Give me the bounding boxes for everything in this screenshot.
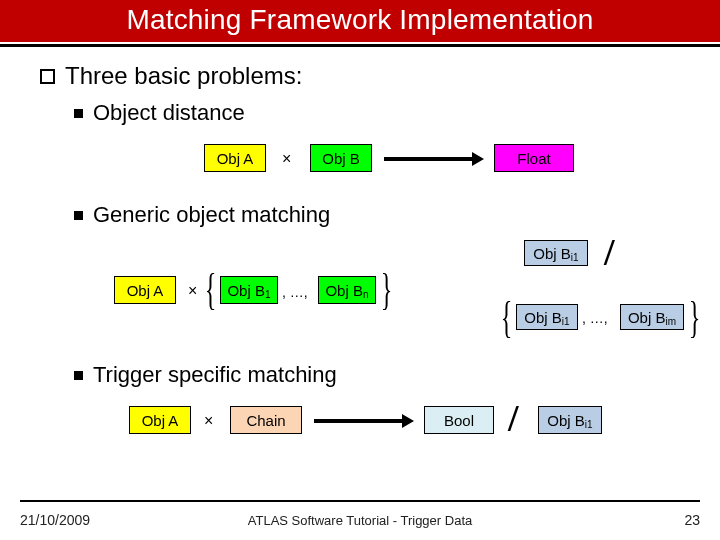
bi3-label: Obj B xyxy=(547,412,585,429)
sub-list: Object distance Obj A × Obj B Float Gene… xyxy=(74,100,690,450)
box-bool: Bool xyxy=(424,406,494,434)
box-bim: Obj Bim xyxy=(620,304,684,330)
sub-text-2: Generic object matching xyxy=(93,202,330,228)
slide: Matching Framework Implementation Three … xyxy=(0,0,720,540)
box-bi-3: Obj Bi1 xyxy=(538,406,602,434)
bi3-sub: i1 xyxy=(585,419,593,430)
bim-label: Obj B xyxy=(628,309,666,326)
sub-marker xyxy=(74,211,83,220)
sub-marker xyxy=(74,109,83,118)
box-obj-bn: Obj Bn xyxy=(318,276,376,304)
slide-title: Matching Framework Implementation xyxy=(126,4,593,35)
footer-center: ATLAS Software Tutorial - Trigger Data xyxy=(0,513,720,528)
slash-1: / xyxy=(604,230,615,274)
sub-item-1: Object distance xyxy=(74,100,690,126)
sub-marker xyxy=(74,371,83,380)
sub-item-2: Generic object matching xyxy=(74,202,690,228)
times-2: × xyxy=(188,282,197,300)
box-float: Float xyxy=(494,144,574,172)
arrow-1 xyxy=(384,154,484,164)
box-obj-a: Obj A xyxy=(204,144,266,172)
sub-text-3: Trigger specific matching xyxy=(93,362,337,388)
bim-sub: im xyxy=(665,316,676,327)
b1-label: Obj B xyxy=(227,282,265,299)
box-obj-a-3: Obj A xyxy=(129,406,191,434)
diagram-generic-matching: Obj Bi1 / Obj A × { Obj B1 , …, Obj Bn }… xyxy=(104,240,690,340)
ellipsis-2: , …, xyxy=(582,310,608,326)
title-band: Matching Framework Implementation xyxy=(0,0,720,42)
bullet-text: Three basic problems: xyxy=(65,62,302,90)
box-chain: Chain xyxy=(230,406,302,434)
box-obj-b: Obj B xyxy=(310,144,372,172)
ellipsis-1: , …, xyxy=(282,284,308,300)
box-obj-b1: Obj B1 xyxy=(220,276,278,304)
title-rule xyxy=(0,44,720,47)
brace-close-1: } xyxy=(381,264,393,315)
brace-open-1: { xyxy=(205,264,217,315)
bi1-label: Obj B xyxy=(524,309,562,326)
bullet-row: Three basic problems: xyxy=(40,62,690,90)
bn-sub: n xyxy=(363,289,369,300)
bi-top-label: Obj B xyxy=(533,245,571,262)
bn-label: Obj B xyxy=(325,282,363,299)
content-area: Three basic problems: Object distance Ob… xyxy=(40,62,690,450)
sub-text-1: Object distance xyxy=(93,100,245,126)
box-obj-a-2: Obj A xyxy=(114,276,176,304)
brace-open-2: { xyxy=(501,292,513,343)
bi-top-sub: i1 xyxy=(571,252,579,263)
arrow-2 xyxy=(314,416,414,426)
times-3: × xyxy=(204,412,213,430)
footer-page: 23 xyxy=(684,512,700,528)
sub-item-3: Trigger specific matching xyxy=(74,362,690,388)
diagram-trigger-matching: Obj A × Chain Bool / Obj Bi1 xyxy=(104,400,690,450)
times-1: × xyxy=(282,150,291,168)
slash-2: / xyxy=(508,396,519,440)
brace-close-2: } xyxy=(689,292,701,343)
bullet-marker xyxy=(40,69,55,84)
bi1-sub: i1 xyxy=(562,316,570,327)
box-bi1: Obj Bi1 xyxy=(516,304,578,330)
footer-rule xyxy=(20,500,700,502)
box-bi-top: Obj Bi1 xyxy=(524,240,588,266)
b1-sub: 1 xyxy=(265,289,271,300)
diagram-object-distance: Obj A × Obj B Float xyxy=(134,138,690,184)
